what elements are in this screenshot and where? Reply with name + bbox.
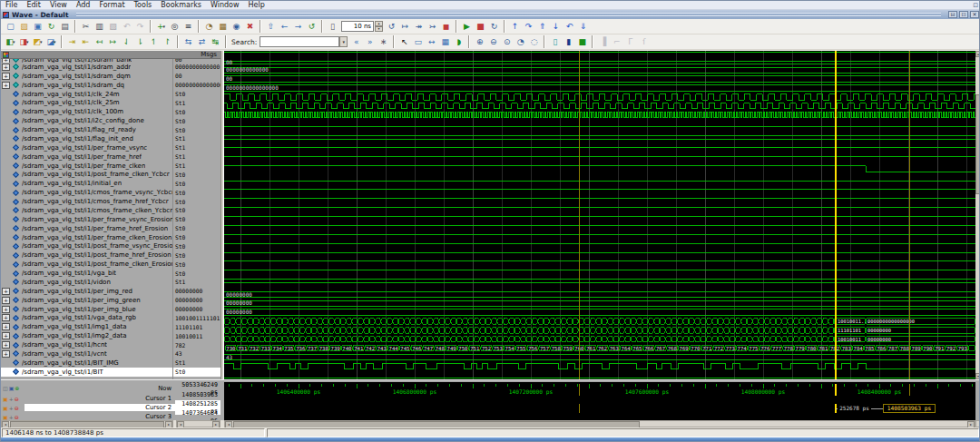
forward-icon[interactable]: → — [291, 20, 305, 34]
lock-cursor-icon[interactable]: ▣ — [3, 405, 8, 411]
signal-row[interactable]: +/sdram_vga_vlg_tst/i1/img1_data — [1, 322, 172, 331]
cursor-properties-icon[interactable]: + — [9, 396, 14, 402]
signal-value-row[interactable]: St1 — [173, 278, 220, 287]
signal-value-row[interactable]: St1 — [173, 152, 220, 162]
signal-value-row[interactable]: St0 — [173, 90, 220, 99]
expander-icon[interactable]: + — [2, 306, 10, 313]
signal-row[interactable]: /sdram_vga_vlg_tst/i1/cmos_frame_clken_Y… — [1, 206, 172, 215]
wave-vertical-scrollbar[interactable]: ▴▾ — [975, 51, 980, 379]
signal-value-row[interactable]: St0 — [173, 242, 220, 251]
cursor-label[interactable]: Cursor 3 — [24, 413, 175, 420]
delete-icon[interactable]: ✖ — [243, 20, 257, 34]
search-reverse-icon[interactable]: « — [349, 35, 363, 49]
signal-row[interactable]: +/sdram_vga_vlg_tst/i1/vcnt — [1, 349, 172, 359]
menu-tools[interactable]: Tools — [130, 1, 157, 9]
cursor-color-icon[interactable]: ◨▾ — [17, 35, 31, 49]
run-icon[interactable]: ↦ — [398, 20, 412, 34]
format-icon[interactable]: ◪▾ — [44, 35, 58, 49]
save-icon[interactable]: ▣ — [31, 20, 44, 34]
signal-row[interactable]: /sdram_vga_vlg_tst/i1/per_frame_href_Ero… — [1, 224, 172, 233]
copy-icon[interactable]: ▥ — [93, 20, 106, 34]
menu-file[interactable]: File — [1, 1, 22, 9]
signal-value-row[interactable]: 00 — [173, 72, 220, 81]
search-options-icon[interactable]: ∗ — [377, 35, 390, 49]
expander-icon[interactable]: + — [2, 350, 10, 358]
new-file-icon[interactable]: ▢ — [4, 20, 17, 34]
insert-cursor-icon[interactable]: ⇥ — [65, 35, 79, 49]
cut-icon[interactable]: ✂ — [79, 20, 93, 34]
signal-row[interactable]: /sdram_vga_vlg_tst/i1/post_frame_href_Er… — [1, 250, 172, 260]
cursors-list-icon[interactable]: ▣ — [9, 385, 15, 391]
run-all-icon[interactable]: ↣ — [426, 20, 439, 34]
signal-value-row[interactable]: 43 — [173, 349, 220, 359]
delete-cursor-icon[interactable]: ⊖ — [15, 396, 19, 402]
signal-row[interactable]: /sdram_vga_vlg_tst/i1/vidon — [1, 278, 172, 287]
vscroll-thumb[interactable] — [975, 94, 980, 194]
prev-transition-icon[interactable]: ↤ — [93, 35, 106, 49]
radix-icon[interactable]: ◩▾ — [31, 35, 44, 49]
delete-cursor-icon[interactable]: ⊖ — [15, 414, 19, 420]
scroll-down-icon[interactable]: ▾ — [975, 373, 980, 379]
signal-value-row[interactable]: 00000000 — [173, 296, 220, 305]
signal-value-row[interactable]: St0 — [173, 233, 220, 242]
print-icon[interactable]: ▤ — [58, 20, 72, 34]
signal-row[interactable]: /sdram_vga_vlg_tst/i1/per_frame_clken_Er… — [1, 233, 172, 242]
expander-icon[interactable]: + — [2, 82, 10, 89]
signal-value-row[interactable]: St0 — [173, 179, 220, 188]
search-forward-icon[interactable]: » — [363, 35, 377, 49]
signal-row[interactable]: /sdram_vga_vlg_tst/i1/clk_100m — [1, 107, 172, 116]
edge-mid-icon[interactable]: ſ — [637, 35, 651, 49]
stop-light-icon[interactable]: ◗ — [452, 35, 466, 49]
remove-cursor-icon[interactable]: ⇤ — [79, 35, 93, 49]
zoom-range-icon[interactable]: ◔ — [514, 35, 527, 49]
tab-time-icon[interactable]: ↹ — [209, 35, 222, 49]
spin-down-icon[interactable]: ▾ — [375, 26, 383, 32]
signal-row[interactable]: /sdram_vga_vlg_tst/i1/BIT — [1, 368, 172, 377]
run-selected-icon[interactable]: ▶ — [460, 20, 474, 34]
pointer-mode-icon[interactable]: ↖ — [397, 35, 411, 49]
signal-row[interactable]: /sdram_vga_vlg_tst/i1/per_frame_vsync — [1, 143, 172, 152]
title-grip[interactable] — [76, 13, 941, 17]
restart-icon[interactable]: ↺ — [385, 20, 398, 34]
signal-value-row[interactable]: St1 — [173, 134, 220, 143]
edge-low-icon[interactable]: ⌐ — [610, 35, 623, 49]
column-header[interactable]: Msgs — [1, 51, 224, 59]
signal-value-row[interactable]: 00000000 — [173, 287, 220, 296]
lock-cursor-icon[interactable]: ▣ — [3, 414, 8, 420]
pane-menu-icon[interactable]: ⊡ — [973, 2, 980, 9]
undo-icon[interactable]: ↶ — [120, 20, 133, 34]
prev-falling-edge-icon[interactable]: ⇃ — [120, 35, 133, 49]
chevron-down-icon[interactable]: ▾ — [54, 38, 56, 46]
signal-value-row[interactable]: St1 — [173, 143, 220, 152]
edit-mode-icon[interactable]: ▦ — [438, 35, 452, 49]
expander-icon[interactable]: + — [2, 297, 10, 304]
expander-icon[interactable]: + — [2, 314, 10, 321]
expander-icon[interactable]: + — [2, 73, 10, 80]
signal-value-row[interactable]: St0 — [173, 215, 220, 224]
signal-value-row[interactable]: 0000000000000000 — [173, 81, 220, 90]
expander-icon[interactable]: + — [2, 332, 10, 339]
zoom-full-icon[interactable]: ⊙ — [500, 35, 514, 49]
prev-rising-edge-icon[interactable]: ↿ — [147, 35, 161, 49]
signal-value-row[interactable]: St0 — [173, 188, 220, 197]
collapse-time-icon[interactable]: ⇄ — [195, 35, 209, 49]
expander-icon[interactable]: + — [2, 288, 10, 295]
next-rising-edge-icon[interactable]: ↾ — [161, 35, 174, 49]
zoom-cursor-icon[interactable]: ◌ — [527, 35, 541, 49]
chevron-down-icon[interactable]: ▾ — [163, 23, 166, 31]
chevron-down-icon[interactable]: ▾ — [40, 38, 43, 46]
signal-value-row[interactable]: 10010011 — [173, 331, 220, 340]
signal-value-row[interactable]: 782 — [173, 340, 220, 349]
move-up-icon[interactable]: ↑ — [508, 20, 522, 34]
signal-row[interactable]: /sdram_vga_vlg_tst/i1/post_frame_vsync_E… — [1, 242, 172, 251]
move-bottom-icon[interactable]: ⇓ — [576, 20, 590, 34]
profile-icon[interactable]: ◔ — [202, 20, 216, 34]
signal-value-row[interactable]: St1 — [173, 99, 220, 108]
refresh-icon[interactable]: ↺ — [305, 20, 318, 34]
window-dock-button[interactable]: ⊟ — [948, 11, 957, 18]
run-length-value[interactable]: 10 ns — [341, 21, 374, 32]
swap-down-icon[interactable]: ↶ — [563, 20, 576, 34]
values-hscrollbar[interactable]: ◂▸ — [176, 420, 220, 427]
back-icon[interactable]: ← — [278, 20, 291, 34]
chevron-down-icon[interactable]: ▾ — [26, 38, 29, 46]
